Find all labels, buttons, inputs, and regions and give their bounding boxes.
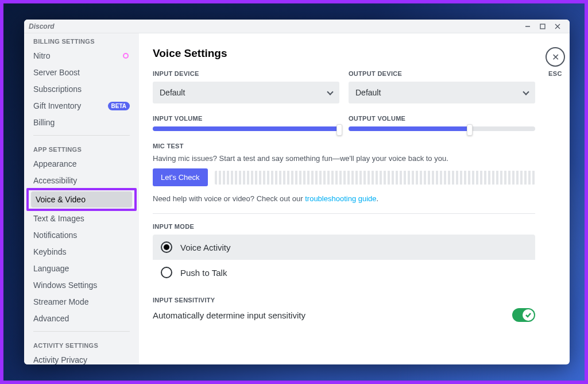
settings-sidebar: BILLING SETTINGS Nitro Server Boost Subs… <box>24 33 139 364</box>
slider-thumb[interactable] <box>336 124 342 136</box>
input-mode-label: INPUT MODE <box>153 223 535 230</box>
auto-sensitivity-toggle[interactable] <box>512 308 535 322</box>
output-volume-label: OUTPUT VOLUME <box>349 115 535 122</box>
output-volume-slider[interactable] <box>349 126 535 131</box>
app-name: Discord <box>29 22 55 30</box>
input-mode-radio-group: Voice Activity Push to Talk <box>153 235 535 285</box>
output-device-value: Default <box>355 88 381 97</box>
sidebar-item-server-boost[interactable]: Server Boost <box>29 64 134 80</box>
input-device-select[interactable]: Default <box>153 82 339 103</box>
titlebar: Discord <box>24 20 570 33</box>
mic-test-label: MIC TEST <box>153 143 535 149</box>
svg-point-4 <box>123 53 128 58</box>
output-device-select[interactable]: Default <box>349 82 535 103</box>
lets-check-button[interactable]: Let's Check <box>153 168 208 186</box>
content-divider <box>153 213 535 214</box>
chevron-down-icon <box>523 89 529 95</box>
section-app-title: APP SETTINGS <box>29 140 134 155</box>
sidebar-divider <box>33 331 130 332</box>
sidebar-item-notifications[interactable]: Notifications <box>29 227 134 243</box>
maximize-button[interactable] <box>535 24 550 29</box>
input-device-label: INPUT DEVICE <box>153 70 339 77</box>
sidebar-item-subscriptions[interactable]: Subscriptions <box>29 81 134 97</box>
sidebar-item-keybinds[interactable]: Keybinds <box>29 244 134 260</box>
sidebar-item-nitro[interactable]: Nitro <box>29 48 134 64</box>
sidebar-item-advanced[interactable]: Advanced <box>29 310 134 327</box>
toggle-knob <box>523 309 534 321</box>
sidebar-item-text-images[interactable]: Text & Images <box>29 210 134 226</box>
page-title: Voice Settings <box>153 47 535 60</box>
sidebar-item-language[interactable]: Language <box>29 260 134 277</box>
svg-rect-1 <box>540 24 545 29</box>
close-settings-button[interactable]: ✕ ESC <box>546 47 565 77</box>
radio-icon <box>161 267 172 278</box>
input-device-value: Default <box>160 88 185 97</box>
mic-level-meter <box>215 171 535 185</box>
sidebar-item-activity-privacy[interactable]: Activity Privacy <box>29 352 134 364</box>
input-sensitivity-label: INPUT SENSITIVITY <box>153 297 535 304</box>
help-text: Need help with voice or video? Check out… <box>153 194 535 203</box>
mic-test-hint: Having mic issues? Start a test and say … <box>153 154 535 163</box>
esc-label: ESC <box>548 70 562 77</box>
sidebar-divider <box>33 135 130 136</box>
auto-sensitivity-label: Automatically determine input sensitivit… <box>153 310 305 320</box>
troubleshooting-link[interactable]: troubleshooting guide <box>305 194 376 203</box>
discord-settings-window: Discord BILLING SETTINGS Nitro Server Bo… <box>24 20 570 364</box>
settings-content: ✕ ESC Voice Settings INPUT DEVICE Defaul… <box>139 33 570 364</box>
sidebar-item-billing[interactable]: Billing <box>29 114 134 130</box>
sidebar-item-appearance[interactable]: Appearance <box>29 156 134 172</box>
output-device-label: OUTPUT DEVICE <box>349 70 535 77</box>
input-mode-voice-activity[interactable]: Voice Activity <box>153 235 535 260</box>
beta-badge: BETA <box>108 102 130 110</box>
sidebar-item-voice-video[interactable]: Voice & Video <box>31 191 132 208</box>
sidebar-item-gift-inventory[interactable]: Gift Inventory BETA <box>29 98 134 114</box>
close-button[interactable] <box>550 24 565 29</box>
sidebar-item-accessibility[interactable]: Accessibility <box>29 172 134 189</box>
minimize-button[interactable] <box>520 24 535 29</box>
close-icon: ✕ <box>552 52 559 63</box>
input-mode-push-to-talk[interactable]: Push to Talk <box>153 260 535 285</box>
input-volume-label: INPUT VOLUME <box>153 115 339 122</box>
input-volume-slider[interactable] <box>153 126 339 131</box>
section-billing-title: BILLING SETTINGS <box>29 33 134 47</box>
sidebar-item-windows-settings[interactable]: Windows Settings <box>29 277 134 293</box>
radio-icon <box>161 241 172 253</box>
sidebar-item-streamer-mode[interactable]: Streamer Mode <box>29 294 134 310</box>
nitro-icon <box>122 52 130 60</box>
chevron-down-icon <box>327 89 333 95</box>
highlight-voice-video: Voice & Video <box>26 188 137 211</box>
section-activity-title: ACTIVITY SETTINGS <box>29 336 134 351</box>
slider-thumb[interactable] <box>467 124 473 136</box>
